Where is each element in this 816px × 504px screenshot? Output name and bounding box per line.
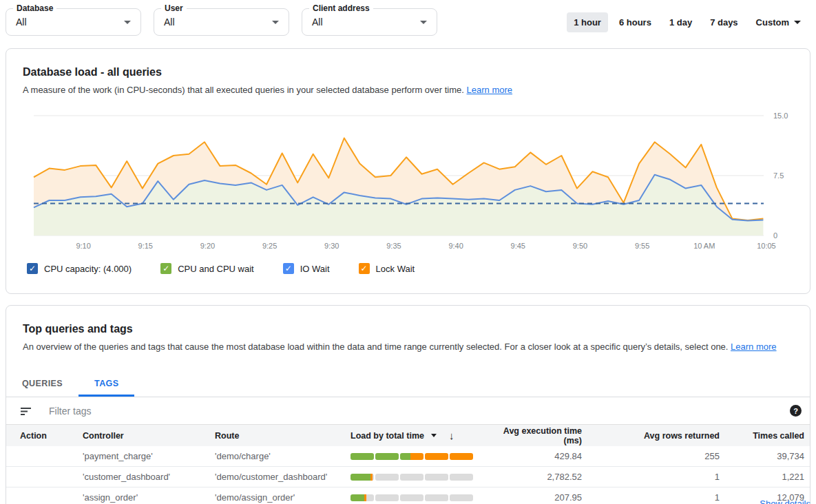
queries-card-description: An overview of the queries and tags that… <box>6 341 810 353</box>
column-header-route: Route <box>215 431 351 441</box>
column-header-avg-execution[interactable]: Avg execution time (ms) <box>485 426 582 445</box>
table-header: Action Controller Route Load by total ti… <box>6 425 810 446</box>
tab-queries[interactable]: QUERIES <box>6 372 79 397</box>
database-load-chart[interactable]: 07.515.09:109:159:209:259:309:359:409:45… <box>23 107 795 253</box>
column-header-times-called[interactable]: Times called <box>720 431 804 441</box>
top-queries-card: Top queries and tags An overview of the … <box>6 305 810 504</box>
cell-avg-execution-time: 207.95 <box>485 492 582 503</box>
legend-label: IO Wait <box>300 264 330 274</box>
svg-text:15.0: 15.0 <box>773 112 788 120</box>
table-row[interactable]: 'customer_dashboard''demo/customer_dashb… <box>6 467 810 487</box>
learn-more-link[interactable]: Learn more <box>467 85 512 95</box>
column-header-avg-rows[interactable]: Avg rows returned <box>582 431 720 441</box>
cell-controller: 'assign_order' <box>83 492 215 503</box>
database-filter-label: Database <box>13 3 56 13</box>
learn-more-link[interactable]: Learn more <box>731 342 776 352</box>
caret-down-icon[interactable] <box>431 434 437 437</box>
database-filter-select[interactable]: Database All <box>6 8 141 36</box>
svg-text:9:10: 9:10 <box>76 242 90 250</box>
column-header-load[interactable]: Load by total time ↓ <box>351 430 485 441</box>
time-range-1-day[interactable]: 1 day <box>662 12 699 32</box>
cell-avg-execution-time: 429.84 <box>485 451 582 461</box>
table-row[interactable]: 'payment_charge''demo/charge'429.8425539… <box>6 446 810 467</box>
cell-controller: 'payment_charge' <box>83 451 215 461</box>
load-by-total-time-bar <box>351 494 473 501</box>
time-range-selector: 1 hour6 hours1 day7 days Custom <box>567 12 810 32</box>
caret-down-icon <box>420 21 427 24</box>
svg-text:9:50: 9:50 <box>573 242 587 250</box>
show-details-link[interactable]: Show details <box>760 498 810 504</box>
caret-down-icon <box>124 21 131 24</box>
column-header-controller: Controller <box>83 431 215 441</box>
cell-avg-rows-returned: 1 <box>582 472 720 482</box>
database-load-card: Database load - all queries A measure of… <box>6 48 810 294</box>
table-body: 'payment_charge''demo/charge'429.8425539… <box>6 446 810 504</box>
legend-item-cpu-and-cpu-wait[interactable]: ✓CPU and CPU wait <box>160 263 254 274</box>
svg-text:9:25: 9:25 <box>262 242 277 250</box>
load-card-description: A measure of the work (in CPU-seconds) t… <box>23 84 793 96</box>
load-card-title: Database load - all queries <box>23 65 793 78</box>
time-range-1-hour[interactable]: 1 hour <box>567 12 608 32</box>
svg-text:9:55: 9:55 <box>635 242 649 250</box>
client-address-filter-select[interactable]: Client address All <box>302 8 437 36</box>
checkbox-checked-icon[interactable]: ✓ <box>160 263 171 274</box>
tab-bar: QUERIES TAGS <box>6 372 810 397</box>
svg-text:10 AM: 10 AM <box>693 242 715 250</box>
time-range-custom[interactable]: Custom <box>749 12 805 32</box>
client-address-filter-value: All <box>312 17 420 28</box>
time-range-custom-label: Custom <box>756 17 789 28</box>
cell-route: 'demo/charge' <box>215 451 351 461</box>
svg-text:7.5: 7.5 <box>773 171 784 180</box>
help-icon[interactable]: ? <box>790 405 802 417</box>
query-insights-page: Database All User All Client address All… <box>0 0 816 504</box>
checkbox-checked-icon[interactable]: ✓ <box>283 263 294 274</box>
legend-label: CPU and CPU wait <box>178 264 254 274</box>
legend-item-lock-wait[interactable]: ✓Lock Wait <box>359 263 415 274</box>
user-filter-label: User <box>161 3 187 13</box>
caret-down-icon <box>272 21 279 24</box>
client-address-filter-label: Client address <box>309 3 373 13</box>
svg-text:9:20: 9:20 <box>200 242 215 250</box>
queries-card-description-text: An overview of the queries and tags that… <box>23 342 728 352</box>
filter-bar: Database All User All Client address All… <box>0 0 816 36</box>
arrow-down-sort-icon[interactable]: ↓ <box>449 430 454 441</box>
filter-tags-input[interactable] <box>49 406 790 417</box>
filter-list-icon <box>20 405 32 417</box>
cell-route: 'demo/customer_dashboard' <box>215 472 351 482</box>
svg-text:9:40: 9:40 <box>448 242 463 250</box>
chart-legend: ✓CPU capacity: (4.000)✓CPU and CPU wait✓… <box>23 263 793 274</box>
database-filter-value: All <box>16 17 124 28</box>
column-header-action: Action <box>20 431 83 441</box>
cell-route: 'demo/assign_order' <box>215 492 351 503</box>
svg-text:0: 0 <box>773 231 777 240</box>
checkbox-checked-icon[interactable]: ✓ <box>359 263 370 274</box>
queries-card-title: Top queries and tags <box>6 322 810 335</box>
legend-item-cpu-capacity-4-000[interactable]: ✓CPU capacity: (4.000) <box>27 263 132 274</box>
user-filter-value: All <box>164 17 272 28</box>
cell-times-called: 1,221 <box>720 472 804 482</box>
svg-text:9:35: 9:35 <box>386 242 401 250</box>
cell-controller: 'customer_dashboard' <box>83 472 215 482</box>
table-row[interactable]: 'assign_order''demo/assign_order'207.951… <box>6 487 810 504</box>
svg-text:9:45: 9:45 <box>511 242 525 250</box>
caret-down-icon <box>794 21 801 24</box>
legend-item-io-wait[interactable]: ✓IO Wait <box>283 263 330 274</box>
tab-tags[interactable]: TAGS <box>79 372 134 397</box>
svg-text:9:30: 9:30 <box>324 242 339 250</box>
time-range-6-hours[interactable]: 6 hours <box>612 12 658 32</box>
cell-avg-execution-time: 2,782.52 <box>485 472 582 482</box>
cell-times-called: 39,734 <box>720 451 804 461</box>
svg-text:9:15: 9:15 <box>138 242 153 250</box>
legend-label: Lock Wait <box>376 264 415 274</box>
time-range-7-days[interactable]: 7 days <box>703 12 744 32</box>
filter-row: ? <box>6 397 810 425</box>
user-filter-select[interactable]: User All <box>154 8 289 36</box>
load-by-total-time-bar <box>351 474 473 481</box>
cell-avg-rows-returned: 1 <box>582 492 720 503</box>
cell-avg-rows-returned: 255 <box>582 451 720 461</box>
checkbox-checked-icon[interactable]: ✓ <box>27 263 38 274</box>
svg-text:10:05: 10:05 <box>757 242 776 250</box>
load-by-total-time-bar <box>351 453 473 460</box>
legend-label: CPU capacity: (4.000) <box>44 264 132 274</box>
load-card-description-text: A measure of the work (in CPU-seconds) t… <box>23 85 464 95</box>
